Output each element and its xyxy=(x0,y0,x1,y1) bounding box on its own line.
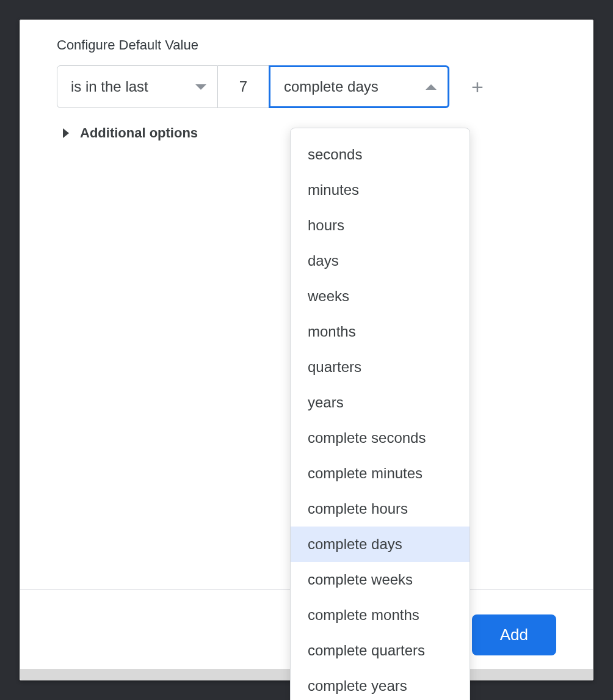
add-button[interactable]: Add xyxy=(472,614,556,655)
number-input[interactable]: 7 xyxy=(218,65,269,108)
dropdown-option[interactable]: complete seconds xyxy=(291,420,470,456)
chevron-down-icon xyxy=(195,84,206,90)
dropdown-option[interactable]: complete years xyxy=(291,668,470,700)
unit-label: complete days xyxy=(284,78,379,95)
number-value: 7 xyxy=(239,78,247,95)
dropdown-option[interactable]: days xyxy=(291,243,470,279)
unit-dropdown: secondsminuteshoursdaysweeksmonthsquarte… xyxy=(290,128,470,700)
dropdown-option[interactable]: complete hours xyxy=(291,491,470,527)
operator-label: is in the last xyxy=(71,78,148,95)
configure-default-value-panel: Configure Default Value is in the last 7… xyxy=(20,20,593,680)
additional-options-label: Additional options xyxy=(80,125,198,141)
caret-right-icon xyxy=(63,128,69,138)
dropdown-option[interactable]: weeks xyxy=(291,279,470,314)
dropdown-option[interactable]: quarters xyxy=(291,349,470,385)
dropdown-option[interactable]: minutes xyxy=(291,172,470,208)
filter-row: is in the last 7 complete days + xyxy=(57,65,556,108)
dropdown-option[interactable]: months xyxy=(291,314,470,349)
dropdown-option[interactable]: complete minutes xyxy=(291,456,470,491)
dropdown-option[interactable]: complete days xyxy=(291,527,470,562)
unit-select[interactable]: complete days xyxy=(269,65,449,108)
plus-icon[interactable]: + xyxy=(471,76,484,97)
dropdown-option[interactable]: complete quarters xyxy=(291,633,470,668)
panel-body: Configure Default Value is in the last 7… xyxy=(20,20,593,589)
dropdown-option[interactable]: complete months xyxy=(291,597,470,633)
chevron-up-icon xyxy=(426,84,437,90)
dropdown-option[interactable]: years xyxy=(291,385,470,420)
operator-select[interactable]: is in the last xyxy=(57,65,218,108)
dropdown-option[interactable]: complete weeks xyxy=(291,562,470,597)
section-title: Configure Default Value xyxy=(57,37,556,53)
dropdown-option[interactable]: hours xyxy=(291,208,470,243)
dropdown-option[interactable]: seconds xyxy=(291,137,470,172)
